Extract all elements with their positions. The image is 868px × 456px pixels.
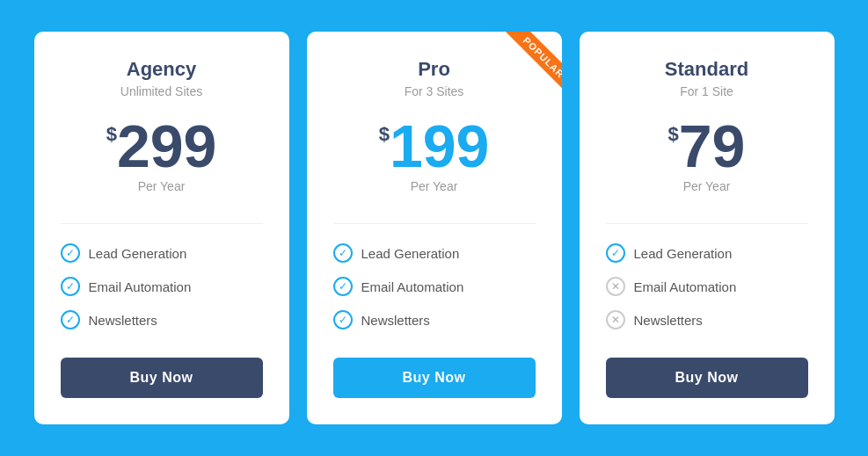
- feature-item: ✓ Lead Generation: [333, 236, 536, 270]
- feature-label: Email Automation: [634, 279, 737, 294]
- x-icon: ✕: [606, 277, 625, 296]
- feature-label: Newsletters: [634, 313, 703, 328]
- price-number: 299: [117, 116, 216, 176]
- plan-subtitle: For 3 Sites: [405, 84, 464, 98]
- price-dollar: $: [379, 123, 390, 146]
- features-list: ✓ Lead Generation ✓ Email Automation ✓ N…: [61, 236, 263, 337]
- feature-item: ✕ Newsletters: [606, 303, 808, 337]
- feature-label: Email Automation: [361, 279, 464, 294]
- card-standard: Standard For 1 Site $ 79 Per Year ✓ Lead…: [580, 32, 835, 424]
- price-period: Per Year: [411, 179, 458, 193]
- feature-label: Newsletters: [361, 313, 430, 328]
- check-icon: ✓: [61, 277, 80, 296]
- divider: [61, 223, 263, 224]
- feature-label: Lead Generation: [361, 246, 460, 261]
- plan-subtitle: Unlimited Sites: [120, 84, 202, 98]
- plan-name: Pro: [418, 58, 450, 81]
- check-icon: ✓: [61, 310, 80, 329]
- price-period: Per Year: [138, 179, 186, 193]
- features-list: ✓ Lead Generation ✕ Email Automation ✕ N…: [606, 236, 808, 337]
- price-dollar: $: [668, 123, 679, 146]
- popular-badge: POPULAR: [500, 32, 561, 88]
- divider: [606, 223, 808, 224]
- price-number: 79: [679, 116, 746, 176]
- price-number: 199: [390, 116, 489, 176]
- feature-item: ✕ Email Automation: [606, 270, 808, 303]
- check-icon: ✓: [606, 243, 625, 263]
- price-dollar: $: [106, 123, 117, 146]
- x-icon: ✕: [606, 310, 625, 329]
- feature-item: ✓ Email Automation: [333, 270, 536, 303]
- pricing-container: Agency Unlimited Sites $ 299 Per Year ✓ …: [18, 32, 850, 424]
- feature-item: ✓ Lead Generation: [61, 236, 263, 270]
- feature-label: Lead Generation: [634, 246, 733, 261]
- price-block: $ 199: [379, 116, 490, 176]
- price-block: $ 79: [668, 116, 746, 176]
- feature-item: ✓ Newsletters: [333, 303, 536, 337]
- divider: [333, 223, 536, 224]
- card-agency: Agency Unlimited Sites $ 299 Per Year ✓ …: [34, 32, 289, 424]
- check-icon: ✓: [333, 243, 353, 263]
- plan-name: Agency: [127, 58, 196, 81]
- check-icon: ✓: [333, 277, 353, 296]
- feature-label: Lead Generation: [89, 246, 187, 261]
- plan-name: Standard: [665, 58, 748, 81]
- buy-now-button[interactable]: Buy Now: [333, 358, 536, 398]
- price-period: Per Year: [683, 179, 731, 193]
- price-block: $ 299: [106, 116, 217, 176]
- features-list: ✓ Lead Generation ✓ Email Automation ✓ N…: [333, 236, 536, 337]
- feature-label: Newsletters: [89, 313, 157, 328]
- plan-subtitle: For 1 Site: [680, 84, 733, 98]
- buy-now-button[interactable]: Buy Now: [606, 358, 808, 398]
- feature-item: ✓ Newsletters: [61, 303, 263, 337]
- feature-label: Email Automation: [89, 279, 192, 294]
- buy-now-button[interactable]: Buy Now: [61, 358, 263, 398]
- check-icon: ✓: [333, 310, 353, 329]
- feature-item: ✓ Email Automation: [61, 270, 263, 303]
- card-pro: POPULAR Pro For 3 Sites $ 199 Per Year ✓…: [307, 32, 562, 424]
- feature-item: ✓ Lead Generation: [606, 236, 808, 270]
- check-icon: ✓: [61, 243, 80, 263]
